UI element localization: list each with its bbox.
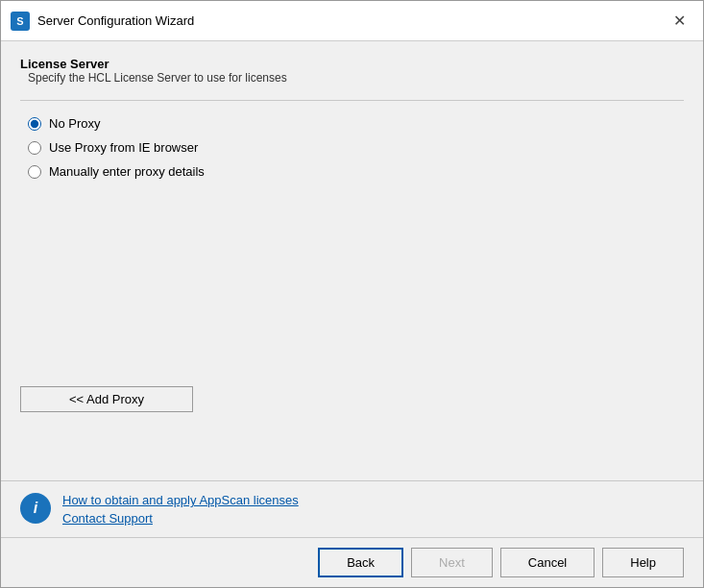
- close-button[interactable]: ✕: [665, 7, 693, 36]
- ie-proxy-radio[interactable]: [28, 141, 41, 155]
- ie-proxy-option[interactable]: Use Proxy from IE browser: [28, 140, 684, 155]
- button-bar: Back Next Cancel Help: [1, 537, 703, 587]
- window-title: Server Configuration Wizard: [37, 13, 665, 28]
- proxy-section: << Add Proxy: [20, 194, 684, 480]
- cancel-button[interactable]: Cancel: [500, 548, 595, 577]
- manual-proxy-radio[interactable]: [28, 165, 41, 179]
- section-title: License Server: [20, 57, 684, 71]
- footer-info: i How to obtain and apply AppScan licens…: [1, 480, 703, 537]
- app-icon: S: [11, 12, 30, 31]
- header-divider: [20, 100, 684, 101]
- help-button[interactable]: Help: [602, 548, 684, 577]
- next-button[interactable]: Next: [411, 548, 493, 577]
- back-button[interactable]: Back: [318, 548, 403, 577]
- add-proxy-button[interactable]: << Add Proxy: [20, 386, 193, 412]
- no-proxy-radio[interactable]: [28, 117, 41, 131]
- content-area: License Server Specify the HCL License S…: [1, 41, 703, 480]
- no-proxy-label: No Proxy: [49, 116, 100, 131]
- manual-proxy-option[interactable]: Manually enter proxy details: [28, 164, 684, 179]
- ie-proxy-label: Use Proxy from IE browser: [49, 140, 198, 155]
- obtain-licenses-link[interactable]: How to obtain and apply AppScan licenses: [62, 493, 299, 507]
- manual-proxy-label: Manually enter proxy details: [49, 164, 205, 179]
- wizard-window: S Server Configuration Wizard ✕ License …: [0, 0, 704, 588]
- section-subtitle: Specify the HCL License Server to use fo…: [28, 71, 684, 85]
- contact-support-link[interactable]: Contact Support: [62, 511, 299, 526]
- info-links: How to obtain and apply AppScan licenses…: [62, 493, 299, 526]
- section-header: License Server Specify the HCL License S…: [20, 57, 684, 85]
- no-proxy-option[interactable]: No Proxy: [28, 116, 684, 131]
- title-bar: S Server Configuration Wizard ✕: [1, 1, 703, 41]
- info-icon: i: [20, 493, 51, 524]
- proxy-radio-group: No Proxy Use Proxy from IE browser Manua…: [28, 116, 684, 179]
- svg-text:S: S: [16, 15, 23, 27]
